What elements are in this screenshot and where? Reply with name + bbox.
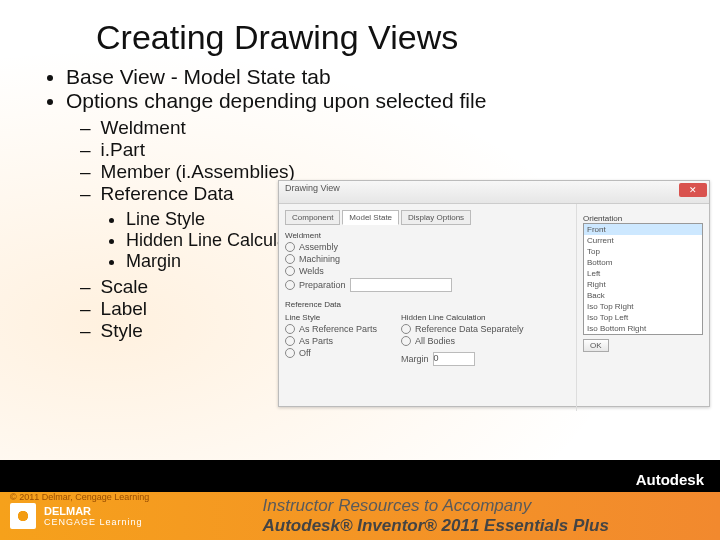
view-iso-bottom-left[interactable]: Iso Bottom Left xyxy=(584,334,702,335)
slide-title: Creating Drawing Views xyxy=(96,18,690,57)
radio-assembly[interactable] xyxy=(285,242,295,252)
tab-model-state[interactable]: Model State xyxy=(342,210,399,225)
view-back[interactable]: Back xyxy=(584,290,702,301)
radio-all-bodies[interactable] xyxy=(401,336,411,346)
radio-welds[interactable] xyxy=(285,266,295,276)
footer-line2: Autodesk® Inventor® 2011 Essentials Plus xyxy=(263,516,609,535)
dialog-title: Drawing View xyxy=(285,183,340,193)
cengage-text: CENGAGE Learning xyxy=(44,517,143,527)
orientation-list[interactable]: Front Current Top Bottom Left Right Back… xyxy=(583,223,703,335)
ls-as-parts: As Parts xyxy=(299,336,333,346)
ls-as-reference: As Reference Parts xyxy=(299,324,377,334)
hc-separately: Reference Data Separately xyxy=(415,324,524,334)
view-bottom[interactable]: Bottom xyxy=(584,257,702,268)
weldment-machining: Machining xyxy=(299,254,340,264)
autodesk-logo: Autodesk xyxy=(0,468,720,492)
preparation-select[interactable] xyxy=(350,278,452,292)
radio-as-reference-parts[interactable] xyxy=(285,324,295,334)
footer-line1: Instructor Resources to Accompany xyxy=(263,496,609,516)
delmar-text: DELMAR xyxy=(44,505,143,517)
orientation-label: Orientation xyxy=(583,214,703,223)
radio-as-parts[interactable] xyxy=(285,336,295,346)
radio-machining[interactable] xyxy=(285,254,295,264)
margin-label: Margin xyxy=(401,354,429,364)
weldment-group-label: Weldment xyxy=(285,231,570,240)
weldment-assembly: Assembly xyxy=(299,242,338,252)
view-iso-top-right[interactable]: Iso Top Right xyxy=(584,301,702,312)
bullet-options: Options change depending upon selected f… xyxy=(66,89,690,113)
view-iso-bottom-right[interactable]: Iso Bottom Right xyxy=(584,323,702,334)
radio-preparation[interactable] xyxy=(285,280,295,290)
view-left[interactable]: Left xyxy=(584,268,702,279)
line-style-label: Line Style xyxy=(285,313,377,322)
tab-display-options[interactable]: Display Options xyxy=(401,210,471,225)
margin-input[interactable]: 0 xyxy=(433,352,475,366)
ok-button[interactable]: OK xyxy=(583,339,609,352)
close-icon[interactable]: ✕ xyxy=(679,183,707,197)
drawing-view-dialog: Drawing View ✕ Component Model State Dis… xyxy=(278,180,710,407)
ls-off: Off xyxy=(299,348,311,358)
view-top[interactable]: Top xyxy=(584,246,702,257)
view-front[interactable]: Front xyxy=(584,224,702,235)
view-right[interactable]: Right xyxy=(584,279,702,290)
footer: Autodesk DELMAR CENGAGE Learning Instruc… xyxy=(0,460,720,540)
copyright: © 2011 Delmar, Cengage Learning xyxy=(10,492,149,502)
reference-data-label: Reference Data xyxy=(285,300,570,309)
tab-component[interactable]: Component xyxy=(285,210,340,225)
hidden-calc-label: Hidden Line Calculation xyxy=(401,313,524,322)
weldment-preparation: Preparation xyxy=(299,280,346,290)
delmar-logo-icon xyxy=(10,503,36,529)
bullet-base-view: Base View - Model State tab xyxy=(66,65,690,89)
view-current[interactable]: Current xyxy=(584,235,702,246)
weldment-welds: Welds xyxy=(299,266,324,276)
radio-ref-separately[interactable] xyxy=(401,324,411,334)
hc-all-bodies: All Bodies xyxy=(415,336,455,346)
sub-weldment: Weldment xyxy=(80,117,690,139)
radio-off[interactable] xyxy=(285,348,295,358)
view-iso-top-left[interactable]: Iso Top Left xyxy=(584,312,702,323)
sub-ipart: i.Part xyxy=(80,139,690,161)
